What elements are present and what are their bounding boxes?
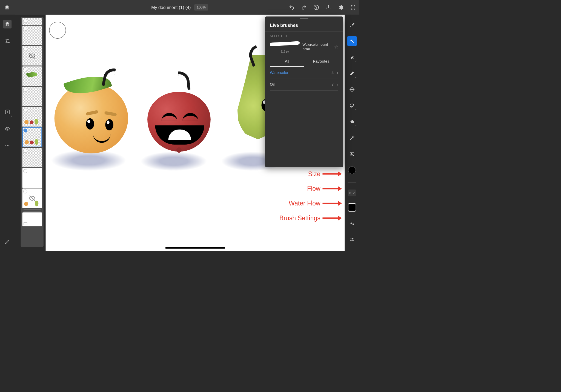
eyedropper-icon: [349, 135, 354, 141]
annotation-label: Size: [308, 170, 320, 178]
arrow-icon: [322, 202, 342, 205]
tab-favorites[interactable]: Favorites: [304, 57, 338, 67]
svg-point-11: [350, 106, 351, 107]
annotation-size: Size: [308, 170, 342, 178]
live-brush-tool[interactable]: [347, 36, 357, 46]
move-tool[interactable]: [347, 85, 357, 95]
annotation-label: Brush Settings: [279, 214, 320, 222]
selected-label: SELECTED: [265, 32, 343, 39]
left-toolbar: [0, 15, 15, 251]
layer-thumb[interactable]: [22, 148, 42, 167]
annotation-water-flow: Water Flow: [289, 200, 342, 207]
category-name: Oil: [270, 82, 331, 87]
smudge-icon: [349, 55, 354, 60]
layer-thumb[interactable]: [22, 87, 42, 106]
artwork-peach: [55, 83, 128, 153]
brush-icon: [349, 22, 354, 27]
svg-point-8: [7, 145, 8, 146]
image-icon: [349, 151, 354, 157]
image-tool[interactable]: [347, 149, 357, 159]
svg-point-9: [8, 145, 9, 146]
current-color: [348, 166, 356, 174]
selected-brush-row[interactable]: 512 px Watercolor round detail ☆: [265, 39, 343, 57]
layer-thumb[interactable]: [22, 212, 42, 226]
help-button[interactable]: [313, 5, 319, 10]
hidden-icon: [28, 52, 36, 59]
artwork-apple: [147, 92, 211, 152]
settings-sliders-icon: [349, 237, 354, 242]
layer-thumb-selected[interactable]: [22, 127, 42, 147]
top-bar: My document (1) (4) 100%: [0, 0, 359, 15]
svg-point-14: [352, 238, 353, 239]
divider: [348, 182, 356, 182]
bucket-icon: [349, 119, 354, 124]
settings-button[interactable]: [338, 5, 344, 10]
plus-square-icon: [5, 109, 10, 115]
brush-flow-control[interactable]: [347, 202, 357, 212]
category-name: Watercolor: [270, 71, 331, 75]
fill-tool[interactable]: [347, 117, 357, 127]
brush-tabs: All Favorites: [265, 57, 343, 67]
chevron-right-icon: ›: [337, 82, 338, 87]
layer-thumb[interactable]: [22, 18, 42, 25]
brush-size-control[interactable]: 512: [348, 190, 356, 196]
category-count: 7: [331, 82, 334, 87]
layer-thumb[interactable]: [22, 46, 42, 66]
svg-point-6: [7, 128, 8, 130]
brush-category-watercolor[interactable]: Watercolor 4 ›: [265, 67, 343, 79]
artwork-shadow: [140, 151, 207, 171]
add-tool[interactable]: [3, 108, 12, 116]
move-icon: [349, 87, 354, 92]
layer-thumb[interactable]: [22, 188, 42, 208]
brush-category-oil[interactable]: Oil 7 ›: [265, 79, 343, 90]
tab-all[interactable]: All: [270, 57, 304, 67]
brush-size-text: 512 px: [270, 50, 300, 53]
brush-tool[interactable]: [347, 20, 357, 30]
top-right-actions: [289, 5, 356, 10]
color-swatch[interactable]: [347, 165, 357, 175]
favorite-star-button[interactable]: ☆: [334, 44, 338, 50]
edit-tool[interactable]: [3, 238, 12, 246]
visibility-tool[interactable]: [3, 125, 12, 133]
chevron-right-icon: ›: [337, 71, 338, 75]
layers-panel[interactable]: [21, 17, 44, 247]
hidden-icon: [28, 195, 36, 202]
home-button[interactable]: [4, 4, 11, 11]
undo-button[interactable]: [289, 5, 294, 10]
live-brushes-panel: Live brushes SELECTED 512 px Watercolor …: [265, 16, 343, 167]
water-drops-icon: [349, 221, 354, 226]
lasso-tool[interactable]: [347, 101, 357, 111]
water-flow-control[interactable]: [347, 219, 357, 228]
layer-thumb[interactable]: [22, 26, 42, 45]
layer-thumb[interactable]: [22, 168, 42, 188]
layer-thumb[interactable]: [22, 107, 42, 127]
adjustments-tool[interactable]: [3, 37, 12, 45]
brush-settings-control[interactable]: [347, 235, 357, 245]
sliders-icon: [5, 38, 10, 44]
layers-tool[interactable]: [3, 20, 12, 28]
annotation-flow: Flow: [307, 185, 342, 192]
svg-point-3: [6, 41, 7, 41]
fullscreen-button[interactable]: [350, 5, 356, 10]
pencil-icon: [5, 239, 10, 244]
zoom-level[interactable]: 100%: [194, 4, 208, 10]
annotation-label: Flow: [307, 185, 320, 192]
eraser-tool[interactable]: [347, 68, 357, 78]
flow-indicator: [348, 203, 356, 212]
share-button[interactable]: [326, 5, 331, 10]
layer-thumb[interactable]: [22, 66, 42, 86]
category-count: 4: [331, 71, 334, 75]
eraser-icon: [349, 71, 354, 76]
svg-point-13: [351, 153, 352, 154]
redo-button[interactable]: [301, 5, 307, 10]
eyedropper-tool[interactable]: [347, 133, 357, 143]
smudge-tool[interactable]: [347, 52, 357, 62]
more-tool[interactable]: [3, 141, 12, 150]
right-toolbar: 512: [345, 15, 359, 251]
home-indicator: [165, 247, 225, 249]
document-title: My document (1) (4): [151, 5, 191, 10]
svg-point-4: [8, 42, 9, 43]
droplet-brush-icon: [349, 38, 354, 44]
brush-preview: 512 px: [270, 41, 300, 53]
home-icon: [4, 4, 10, 10]
